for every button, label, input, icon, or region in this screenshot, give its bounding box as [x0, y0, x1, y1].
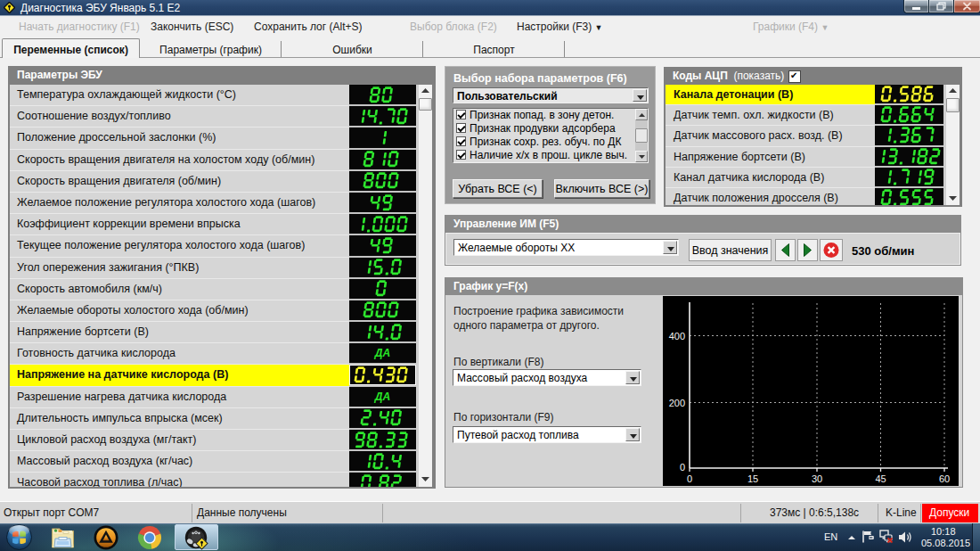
svg-text:0: 0 — [687, 473, 692, 484]
svg-text:60: 60 — [939, 473, 950, 484]
svg-text:200: 200 — [669, 398, 685, 408]
svg-text:400: 400 — [669, 331, 685, 341]
svg-text:15: 15 — [747, 473, 758, 484]
svg-text:45: 45 — [875, 473, 886, 484]
svg-text:30: 30 — [812, 473, 822, 484]
svg-text:0: 0 — [680, 462, 685, 473]
